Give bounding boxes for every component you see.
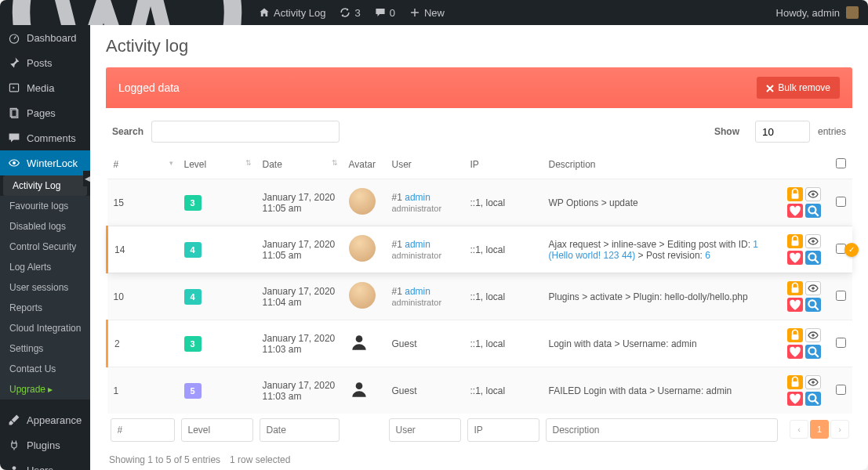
sidebar-item-control[interactable]: Control Security [0,237,90,257]
updates-link[interactable]: 3 [340,7,360,19]
cell-user: #1 adminadministrator [386,226,464,273]
favourite-button[interactable] [787,345,803,359]
table-row[interactable]: 10 4 January 17, 202011:04 am #1 adminad… [107,273,853,320]
sidebar-item-disabled[interactable]: Disabled logs [0,216,90,237]
hide-button[interactable] [805,234,821,248]
view-button[interactable] [805,251,821,265]
filter-user[interactable] [389,418,461,442]
lock-button[interactable] [787,234,803,248]
col-date[interactable]: Date⇅ [256,150,343,179]
row-checkbox[interactable] [836,197,846,207]
cell-level: 3 [178,179,256,226]
lock-button[interactable] [787,187,803,201]
favourite-button[interactable] [787,298,803,312]
dashboard-icon [8,31,20,44]
row-checkbox[interactable] [836,338,846,348]
sidebar-item-contact[interactable]: Contact Us [0,359,90,379]
page-prev[interactable]: ‹ [790,420,808,439]
filter-level[interactable] [181,418,253,442]
lock-button[interactable] [787,281,803,295]
sidebar-item-posts[interactable]: Posts [0,50,90,75]
sidebar-item-dashboard[interactable]: Dashboard [0,25,90,50]
sidebar-item-label: Cloud Integration [9,323,81,334]
sidebar-item-comments[interactable]: Comments [0,125,90,150]
view-button[interactable] [805,345,821,359]
bulk-remove-button[interactable]: Bulk remove [757,77,840,99]
lock-button[interactable] [787,328,803,342]
sidebar-item-appearance[interactable]: Appearance [0,407,90,432]
cell-actions [781,226,830,273]
sidebar-item-label: Pages [27,107,56,119]
card-header-title: Logged data [118,81,180,94]
search-input[interactable] [151,121,340,143]
sidebar-item-label: Dashboard [27,32,77,44]
site-link[interactable]: Activity Log [259,7,325,19]
sidebar-item-pages[interactable]: Pages [0,100,90,125]
greeting[interactable]: Howdy, admin [776,7,840,19]
sidebar-item-reports[interactable]: Reports [0,298,90,318]
desc-link[interactable]: 6 [705,250,710,261]
sidebar-item-favourite[interactable]: Favourite logs [0,196,90,216]
table-row[interactable]: 14 4 January 17, 202011:05 am #1 adminad… [107,226,853,273]
hide-button[interactable] [805,328,821,342]
sidebar-item-cloud[interactable]: Cloud Integration [0,318,90,338]
cell-select [830,179,852,226]
sidebar-item-activity-log[interactable]: Activity Log [3,175,87,196]
col-level[interactable]: Level⇅ [178,150,256,179]
entries-select[interactable] [755,121,810,143]
sidebar-item-upgrade[interactable]: Upgrade ▸ [0,379,90,400]
cell-date: January 17, 202011:03 am [256,367,343,414]
comments-link[interactable]: 0 [375,7,395,19]
table-row[interactable]: 2 3 January 17, 202011:03 am Guest ::1, … [107,320,853,367]
col-description: Description [543,150,782,179]
table-row[interactable]: 15 3 January 17, 202011:05 am #1 adminad… [107,179,853,226]
favourite-button[interactable] [787,204,803,218]
view-button[interactable] [805,392,821,406]
desc-link[interactable]: 1 (Hello world! 123 44) [549,239,759,261]
search-label: Search [112,126,143,137]
select-all-checkbox[interactable] [836,158,846,168]
cell-date: January 17, 202011:05 am [256,226,343,273]
favourite-button[interactable] [787,251,803,265]
user-link[interactable]: admin [405,286,430,297]
page-next[interactable]: › [830,420,849,439]
collapse-sidebar[interactable]: ◀ [83,171,90,186]
hide-button[interactable] [805,375,821,389]
col-num[interactable]: #▾ [107,150,178,179]
filter-ip[interactable] [467,418,539,442]
user-icon [8,464,20,470]
sidebar-item-sessions[interactable]: User sessions [0,277,90,298]
cell-ip: ::1, local [464,273,543,320]
sidebar-item-plugins[interactable]: Plugins [0,432,90,457]
avatar[interactable] [846,6,859,19]
hide-button[interactable] [805,187,821,201]
sidebar-item-label: Control Security [9,241,76,252]
cell-level: 3 [178,320,256,367]
row-checkbox[interactable] [836,385,846,395]
col-user: User [386,150,464,179]
filter-description[interactable] [546,418,779,442]
cell-level: 4 [178,226,256,273]
user-link[interactable]: admin [405,239,430,250]
filter-num[interactable] [111,418,175,442]
view-button[interactable] [805,298,821,312]
sidebar-item-label: Upgrade ▸ [9,384,53,395]
row-checkbox[interactable] [836,291,846,301]
sidebar-item-settings[interactable]: Settings [0,338,90,359]
view-button[interactable] [805,204,821,218]
user-link[interactable]: admin [405,192,430,203]
table-row[interactable]: 1 5 January 17, 202011:03 am Guest ::1, … [107,367,853,414]
sidebar-item-users[interactable]: Users [0,457,90,470]
new-link[interactable]: New [409,7,445,19]
page-1[interactable]: 1 [810,420,829,439]
favourite-button[interactable] [787,392,803,406]
hide-button[interactable] [805,281,821,295]
filter-date[interactable] [260,418,340,442]
lock-button[interactable] [787,375,803,389]
sidebar-item-alerts[interactable]: Log Alerts [0,257,90,277]
avatar [349,188,376,215]
cell-ip: ::1, local [464,226,543,273]
home-icon [259,7,270,18]
sidebar-item-winterlock[interactable]: WinterLock [0,150,90,175]
sidebar-item-media[interactable]: Media [0,75,90,100]
